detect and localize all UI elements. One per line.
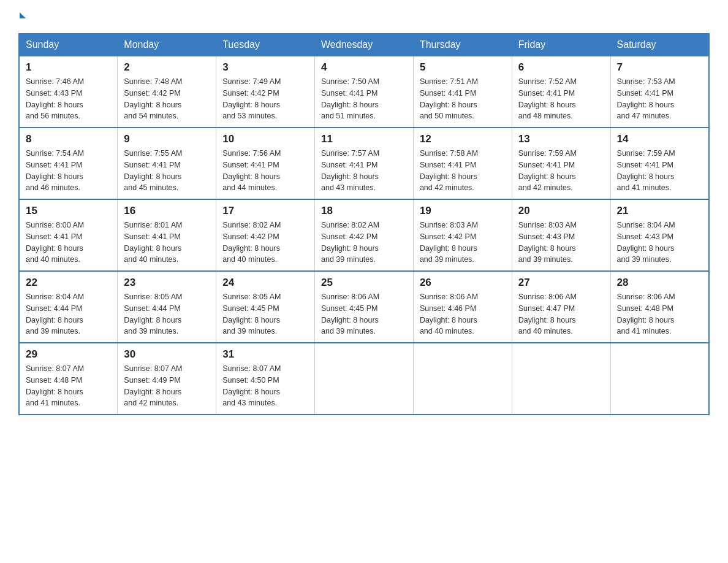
calendar-cell: 31Sunrise: 8:07 AMSunset: 4:50 PMDayligh… bbox=[216, 343, 315, 415]
day-info: Sunrise: 7:48 AMSunset: 4:42 PMDaylight:… bbox=[124, 76, 210, 122]
calendar-cell: 20Sunrise: 8:03 AMSunset: 4:43 PMDayligh… bbox=[512, 199, 610, 271]
day-info: Sunrise: 8:07 AMSunset: 4:48 PMDaylight:… bbox=[26, 363, 111, 409]
day-number: 22 bbox=[26, 277, 111, 289]
day-info: Sunrise: 7:55 AMSunset: 4:41 PMDaylight:… bbox=[124, 148, 210, 194]
calendar-week-row: 8Sunrise: 7:54 AMSunset: 4:41 PMDaylight… bbox=[19, 128, 709, 199]
calendar-header-row: SundayMondayTuesdayWednesdayThursdayFrid… bbox=[19, 34, 709, 56]
day-info: Sunrise: 7:57 AMSunset: 4:41 PMDaylight:… bbox=[321, 148, 407, 194]
day-info: Sunrise: 8:06 AMSunset: 4:45 PMDaylight:… bbox=[321, 291, 407, 337]
calendar-cell: 5Sunrise: 7:51 AMSunset: 4:41 PMDaylight… bbox=[413, 56, 512, 128]
col-header-wednesday: Wednesday bbox=[315, 34, 414, 56]
day-number: 12 bbox=[420, 133, 506, 145]
day-number: 27 bbox=[518, 277, 604, 289]
day-number: 16 bbox=[124, 205, 210, 217]
day-info: Sunrise: 8:04 AMSunset: 4:44 PMDaylight:… bbox=[26, 291, 111, 337]
day-info: Sunrise: 8:04 AMSunset: 4:43 PMDaylight:… bbox=[617, 220, 702, 266]
day-number: 1 bbox=[26, 61, 111, 74]
calendar-cell: 23Sunrise: 8:05 AMSunset: 4:44 PMDayligh… bbox=[118, 271, 216, 343]
day-number: 17 bbox=[222, 205, 308, 217]
day-number: 28 bbox=[617, 277, 702, 289]
day-info: Sunrise: 7:50 AMSunset: 4:41 PMDaylight:… bbox=[321, 76, 407, 122]
col-header-friday: Friday bbox=[512, 34, 610, 56]
day-info: Sunrise: 7:59 AMSunset: 4:41 PMDaylight:… bbox=[518, 148, 604, 194]
day-number: 6 bbox=[518, 61, 604, 74]
day-info: Sunrise: 7:49 AMSunset: 4:42 PMDaylight:… bbox=[222, 76, 308, 122]
day-info: Sunrise: 8:00 AMSunset: 4:41 PMDaylight:… bbox=[26, 220, 111, 266]
day-number: 10 bbox=[222, 133, 308, 145]
day-number: 13 bbox=[518, 133, 604, 145]
calendar-table: SundayMondayTuesdayWednesdayThursdayFrid… bbox=[18, 33, 710, 415]
calendar-cell: 13Sunrise: 7:59 AMSunset: 4:41 PMDayligh… bbox=[512, 128, 610, 199]
calendar-cell bbox=[315, 343, 414, 415]
calendar-cell: 18Sunrise: 8:02 AMSunset: 4:42 PMDayligh… bbox=[315, 199, 414, 271]
day-info: Sunrise: 7:56 AMSunset: 4:41 PMDaylight:… bbox=[222, 148, 308, 194]
day-number: 9 bbox=[124, 133, 210, 145]
day-info: Sunrise: 8:03 AMSunset: 4:42 PMDaylight:… bbox=[420, 220, 506, 266]
logo-triangle-icon bbox=[20, 12, 26, 18]
calendar-cell: 15Sunrise: 8:00 AMSunset: 4:41 PMDayligh… bbox=[19, 199, 118, 271]
day-info: Sunrise: 8:06 AMSunset: 4:47 PMDaylight:… bbox=[518, 291, 604, 337]
calendar-cell: 14Sunrise: 7:59 AMSunset: 4:41 PMDayligh… bbox=[610, 128, 709, 199]
day-number: 5 bbox=[420, 61, 506, 74]
calendar-cell: 10Sunrise: 7:56 AMSunset: 4:41 PMDayligh… bbox=[216, 128, 315, 199]
calendar-cell: 24Sunrise: 8:05 AMSunset: 4:45 PMDayligh… bbox=[216, 271, 315, 343]
day-info: Sunrise: 8:07 AMSunset: 4:49 PMDaylight:… bbox=[124, 363, 210, 409]
day-info: Sunrise: 8:06 AMSunset: 4:48 PMDaylight:… bbox=[617, 291, 702, 337]
calendar-cell: 16Sunrise: 8:01 AMSunset: 4:41 PMDayligh… bbox=[118, 199, 216, 271]
day-number: 29 bbox=[26, 348, 111, 361]
day-info: Sunrise: 8:01 AMSunset: 4:41 PMDaylight:… bbox=[124, 220, 210, 266]
day-number: 14 bbox=[617, 133, 702, 145]
day-info: Sunrise: 7:58 AMSunset: 4:41 PMDaylight:… bbox=[420, 148, 506, 194]
calendar-week-row: 1Sunrise: 7:46 AMSunset: 4:43 PMDaylight… bbox=[19, 56, 709, 128]
logo-text bbox=[18, 12, 26, 21]
day-number: 11 bbox=[321, 133, 407, 145]
day-info: Sunrise: 7:46 AMSunset: 4:43 PMDaylight:… bbox=[26, 76, 111, 122]
calendar-cell: 9Sunrise: 7:55 AMSunset: 4:41 PMDaylight… bbox=[118, 128, 216, 199]
day-info: Sunrise: 8:02 AMSunset: 4:42 PMDaylight:… bbox=[222, 220, 308, 266]
day-number: 23 bbox=[124, 277, 210, 289]
day-number: 19 bbox=[420, 205, 506, 217]
day-number: 4 bbox=[321, 61, 407, 74]
page-header bbox=[18, 12, 710, 21]
calendar-cell: 6Sunrise: 7:52 AMSunset: 4:41 PMDaylight… bbox=[512, 56, 610, 128]
calendar-cell bbox=[610, 343, 709, 415]
day-info: Sunrise: 8:02 AMSunset: 4:42 PMDaylight:… bbox=[321, 220, 407, 266]
day-number: 3 bbox=[222, 61, 308, 74]
calendar-week-row: 22Sunrise: 8:04 AMSunset: 4:44 PMDayligh… bbox=[19, 271, 709, 343]
col-header-sunday: Sunday bbox=[19, 34, 118, 56]
day-info: Sunrise: 8:06 AMSunset: 4:46 PMDaylight:… bbox=[420, 291, 506, 337]
calendar-cell: 4Sunrise: 7:50 AMSunset: 4:41 PMDaylight… bbox=[315, 56, 414, 128]
calendar-cell: 1Sunrise: 7:46 AMSunset: 4:43 PMDaylight… bbox=[19, 56, 118, 128]
calendar-cell: 26Sunrise: 8:06 AMSunset: 4:46 PMDayligh… bbox=[413, 271, 512, 343]
calendar-cell: 27Sunrise: 8:06 AMSunset: 4:47 PMDayligh… bbox=[512, 271, 610, 343]
col-header-monday: Monday bbox=[118, 34, 216, 56]
calendar-cell bbox=[413, 343, 512, 415]
day-info: Sunrise: 7:54 AMSunset: 4:41 PMDaylight:… bbox=[26, 148, 111, 194]
calendar-cell: 22Sunrise: 8:04 AMSunset: 4:44 PMDayligh… bbox=[19, 271, 118, 343]
day-number: 15 bbox=[26, 205, 111, 217]
day-number: 7 bbox=[617, 61, 702, 74]
calendar-cell: 7Sunrise: 7:53 AMSunset: 4:41 PMDaylight… bbox=[610, 56, 709, 128]
calendar-cell: 21Sunrise: 8:04 AMSunset: 4:43 PMDayligh… bbox=[610, 199, 709, 271]
logo bbox=[18, 12, 26, 21]
day-number: 31 bbox=[222, 348, 308, 361]
day-info: Sunrise: 7:52 AMSunset: 4:41 PMDaylight:… bbox=[518, 76, 604, 122]
day-info: Sunrise: 8:03 AMSunset: 4:43 PMDaylight:… bbox=[518, 220, 604, 266]
day-info: Sunrise: 8:05 AMSunset: 4:45 PMDaylight:… bbox=[222, 291, 308, 337]
day-number: 30 bbox=[124, 348, 210, 361]
calendar-cell: 17Sunrise: 8:02 AMSunset: 4:42 PMDayligh… bbox=[216, 199, 315, 271]
calendar-cell: 3Sunrise: 7:49 AMSunset: 4:42 PMDaylight… bbox=[216, 56, 315, 128]
calendar-cell: 12Sunrise: 7:58 AMSunset: 4:41 PMDayligh… bbox=[413, 128, 512, 199]
day-info: Sunrise: 8:07 AMSunset: 4:50 PMDaylight:… bbox=[222, 363, 308, 409]
col-header-tuesday: Tuesday bbox=[216, 34, 315, 56]
day-number: 26 bbox=[420, 277, 506, 289]
col-header-thursday: Thursday bbox=[413, 34, 512, 56]
calendar-cell: 29Sunrise: 8:07 AMSunset: 4:48 PMDayligh… bbox=[19, 343, 118, 415]
day-info: Sunrise: 8:05 AMSunset: 4:44 PMDaylight:… bbox=[124, 291, 210, 337]
day-number: 24 bbox=[222, 277, 308, 289]
day-info: Sunrise: 7:51 AMSunset: 4:41 PMDaylight:… bbox=[420, 76, 506, 122]
day-number: 18 bbox=[321, 205, 407, 217]
day-number: 20 bbox=[518, 205, 604, 217]
day-number: 2 bbox=[124, 61, 210, 74]
calendar-cell bbox=[512, 343, 610, 415]
